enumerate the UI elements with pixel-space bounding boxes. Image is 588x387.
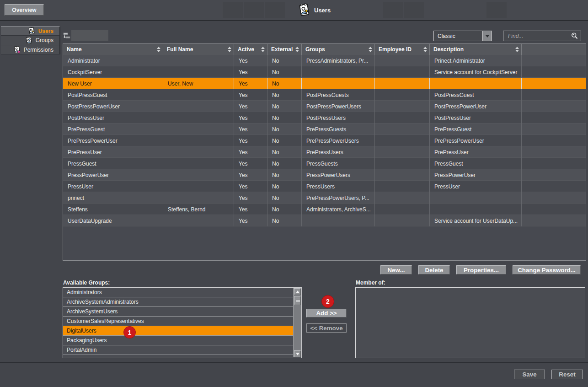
group-list-item[interactable]: PortalAdmin <box>63 345 294 355</box>
cell-name: Steffens <box>63 204 163 215</box>
column-header-name[interactable]: Name <box>63 44 163 55</box>
scroll-down-icon[interactable] <box>294 350 301 357</box>
cell-external: No <box>267 89 302 101</box>
cell-employee_id <box>375 215 430 226</box>
cell-full_name: Steffens, Bernd <box>163 204 234 215</box>
cell-groups: PressGuests <box>302 158 375 169</box>
member-of-list[interactable] <box>355 287 585 358</box>
cell-active: Yes <box>234 169 267 181</box>
cell-name: PostPressUser <box>63 112 163 124</box>
table-row[interactable]: prinectYesNoPrePressPowerUsers, P... <box>63 192 586 204</box>
cell-full_name <box>163 101 234 112</box>
group-list-item[interactable]: CustomerSalesRepresentatives <box>63 317 294 326</box>
table-row[interactable]: SteffensSteffens, BerndYesNoAdministrato… <box>63 204 586 215</box>
table-row[interactable]: PrePressGuestYesNoPrePressGuestsPrePress… <box>63 124 586 135</box>
permissions-card-icon <box>13 46 21 54</box>
overview-button[interactable]: Overview <box>5 4 44 16</box>
cell-employee_id <box>375 146 430 158</box>
ghost-slot <box>486 2 507 18</box>
add-button[interactable]: Add >> <box>306 309 347 317</box>
search-icon[interactable] <box>571 32 581 40</box>
cell-name: PressPowerUser <box>63 169 163 181</box>
table-row[interactable]: PrePressUserYesNoPrePressUsersPrePressUs… <box>63 146 586 158</box>
cell-name: New User <box>63 78 163 89</box>
sort-icon <box>228 47 231 52</box>
ghost-slot <box>223 2 243 18</box>
scrollbar-thumb[interactable] <box>294 296 301 305</box>
view-mode-dropdown[interactable]: Classic <box>433 31 492 41</box>
cell-description: PressPowerUser <box>430 169 522 181</box>
group-list-item[interactable]: ArchiveSystemUsers <box>63 307 294 317</box>
table-row[interactable]: PressUserYesNoPressUsersPressUser <box>63 181 586 192</box>
cell-external: No <box>267 135 302 146</box>
column-header-groups[interactable]: Groups <box>302 44 375 55</box>
cell-name: PostPressGuest <box>63 89 163 101</box>
cell-description <box>430 78 522 89</box>
cell-employee_id <box>375 78 430 89</box>
save-button[interactable]: Save <box>514 370 545 379</box>
tree-structure-icon[interactable] <box>63 32 71 39</box>
table-row[interactable]: PressPowerUserYesNoPressPowerUsersPressP… <box>63 169 586 181</box>
cell-full_name <box>163 55 234 66</box>
column-header-full_name[interactable]: Full Name <box>163 44 234 55</box>
table-row[interactable]: PressGuestYesNoPressGuestsPressGuest <box>63 158 586 169</box>
group-list-item[interactable]: ArchiveSystemAdministrators <box>63 297 294 307</box>
table-row[interactable]: PrePressPowerUserYesNoPrePressPowerUsers… <box>63 135 586 146</box>
change-password-button[interactable]: Change Password... <box>513 265 581 274</box>
scrollbar[interactable] <box>293 288 301 357</box>
group-list-item[interactable]: Administrators <box>63 288 294 297</box>
column-header-label: Name <box>67 46 82 53</box>
table-row[interactable]: New UserUser, NewYesNo <box>63 78 586 89</box>
sidebar-item-users[interactable]: Users <box>1 26 60 36</box>
cell-active: Yes <box>234 135 267 146</box>
column-header-employee_id[interactable]: Employee ID <box>375 44 430 55</box>
scroll-up-icon[interactable] <box>294 288 301 295</box>
cell-description <box>430 204 522 215</box>
cell-description: PrePressPowerUser <box>430 135 522 146</box>
chevron-down-icon[interactable] <box>482 31 492 41</box>
cell-groups: PressPowerUsers <box>302 169 375 181</box>
cell-name: prinect <box>63 192 163 204</box>
sidebar-item-groups[interactable]: Groups <box>1 36 60 45</box>
cell-name: PrePressPowerUser <box>63 135 163 146</box>
cell-external: No <box>267 78 302 89</box>
available-groups-list[interactable]: AdministratorsArchiveSystemAdministrator… <box>63 287 302 358</box>
cell-full_name <box>163 169 234 181</box>
cell-external: No <box>267 158 302 169</box>
cell-name: PressGuest <box>63 158 163 169</box>
new-button[interactable]: New... <box>380 265 412 274</box>
cell-description: PrePressGuest <box>430 124 522 135</box>
footer-divider <box>0 362 588 363</box>
table-row[interactable]: PostPressGuestYesNoPostPressGuestsPostPr… <box>63 89 586 101</box>
sidebar-item-label: Users <box>38 28 53 34</box>
cell-active: Yes <box>234 89 267 101</box>
column-header-label: Active <box>238 46 254 53</box>
table-row[interactable]: PostPressUserYesNoPostPressUsersPostPres… <box>63 112 586 124</box>
delete-button[interactable]: Delete <box>418 265 450 274</box>
sidebar-item-permissions[interactable]: Permissions <box>1 45 60 54</box>
column-header-label: Employee ID <box>379 46 412 53</box>
column-header-external[interactable]: External <box>267 44 302 55</box>
cell-description: PostPressGuest <box>430 89 522 101</box>
cell-full_name <box>163 158 234 169</box>
column-header-active[interactable]: Active <box>234 44 267 55</box>
filter-field-empty[interactable] <box>71 30 108 41</box>
table-row[interactable]: PostPressPowerUserYesNoPostPressPowerUse… <box>63 101 586 112</box>
table-row[interactable]: CockpitServerYesNoService account for Co… <box>63 66 586 78</box>
reset-button[interactable]: Reset <box>551 370 583 379</box>
cell-groups: PrePressUsers <box>302 146 375 158</box>
ghost-slot <box>244 2 264 18</box>
remove-button[interactable]: << Remove <box>306 323 347 333</box>
table-row[interactable]: UserDataUpgradeYesNoService account for … <box>63 215 586 226</box>
group-list-item[interactable]: DigitalUsers <box>63 326 294 336</box>
cell-full_name <box>163 89 234 101</box>
cell-full_name <box>163 181 234 192</box>
find-input[interactable]: Find... <box>503 31 581 41</box>
column-header-label: Description <box>433 46 464 53</box>
cell-external: No <box>267 181 302 192</box>
table-row[interactable]: AdministratorYesNoPressAdministrators, P… <box>63 55 586 66</box>
ghost-slot <box>265 2 285 18</box>
column-header-description[interactable]: Description <box>430 44 522 55</box>
properties-button[interactable]: Properties... <box>456 265 506 274</box>
group-list-item[interactable]: PackagingUsers <box>63 336 294 345</box>
